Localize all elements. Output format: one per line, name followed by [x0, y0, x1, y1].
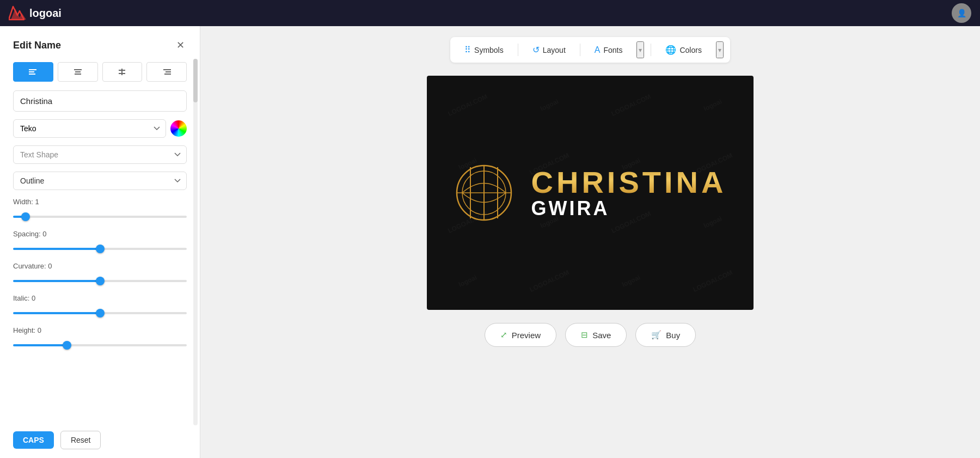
save-icon: ⊟	[581, 330, 588, 340]
fonts-chevron-icon[interactable]: ▾	[636, 41, 644, 58]
symbols-button[interactable]: ⠿ Symbols	[457, 41, 511, 58]
action-buttons: ⤢ Preview ⊟ Save 🛒 Buy	[485, 323, 696, 347]
logo-emblem-icon	[454, 163, 514, 223]
align-center-v-button[interactable]	[102, 62, 143, 82]
close-button[interactable]: ✕	[174, 37, 187, 53]
italic-slider[interactable]	[13, 312, 187, 314]
fonts-icon: A	[595, 45, 601, 55]
reset-button[interactable]: Reset	[60, 431, 101, 449]
align-right-button[interactable]	[146, 62, 187, 82]
colors-icon: 🌐	[665, 45, 676, 55]
alignment-buttons	[13, 62, 187, 82]
logo-content: CHRISTINA GWIRA	[454, 163, 727, 223]
align-left-button[interactable]	[13, 62, 53, 82]
name-text-input[interactable]	[13, 90, 187, 112]
italic-label: Italic: 0	[13, 294, 187, 302]
color-wheel-icon[interactable]	[170, 120, 187, 137]
logo-text-area: CHRISTINA GWIRA	[531, 167, 727, 218]
sidebar-title: Edit Name	[13, 40, 61, 51]
scroll-indicator	[193, 59, 198, 425]
spacing-slider[interactable]	[13, 248, 187, 250]
toolbar: ⠿ Symbols ↺ Layout A Fonts ▾ 🌐 Colors ▾	[450, 37, 730, 63]
buy-button[interactable]: 🛒 Buy	[635, 323, 696, 347]
logo[interactable]: logoai	[9, 4, 62, 22]
brand-name: logoai	[29, 7, 62, 20]
align-center-h-button[interactable]	[58, 62, 98, 82]
curvature-slider[interactable]	[13, 280, 187, 282]
colors-chevron-icon[interactable]: ▾	[716, 41, 724, 58]
preview-icon: ⤢	[500, 330, 507, 340]
spacing-label: Spacing: 0	[13, 230, 187, 238]
buy-icon: 🛒	[651, 330, 661, 340]
layout-icon: ↺	[532, 45, 540, 55]
height-label: Height: 0	[13, 326, 187, 334]
outline-selector[interactable]: Outline	[13, 172, 187, 190]
height-slider[interactable]	[13, 344, 187, 346]
fonts-button[interactable]: A Fonts	[587, 41, 630, 58]
user-avatar[interactable]: 👤	[952, 3, 971, 23]
logo-surname: GWIRA	[531, 199, 727, 218]
colors-button[interactable]: 🌐 Colors	[658, 41, 709, 58]
text-shape-selector[interactable]: Text Shape	[13, 145, 187, 164]
symbols-icon: ⠿	[464, 45, 471, 55]
preview-button[interactable]: ⤢ Preview	[485, 323, 556, 347]
width-slider[interactable]	[13, 216, 187, 218]
save-button[interactable]: ⊟ Save	[565, 323, 627, 347]
logo-first-name: CHRISTINA	[531, 167, 727, 198]
font-selector[interactable]: Teko	[13, 119, 166, 138]
layout-button[interactable]: ↺ Layout	[525, 41, 573, 58]
logo-preview: LOGOAI.COM logoai LOGOAI.COM logoai logo…	[427, 76, 754, 310]
caps-button[interactable]: CAPS	[13, 431, 54, 449]
curvature-label: Curvature: 0	[13, 262, 187, 270]
width-label: Width: 1	[13, 198, 187, 206]
